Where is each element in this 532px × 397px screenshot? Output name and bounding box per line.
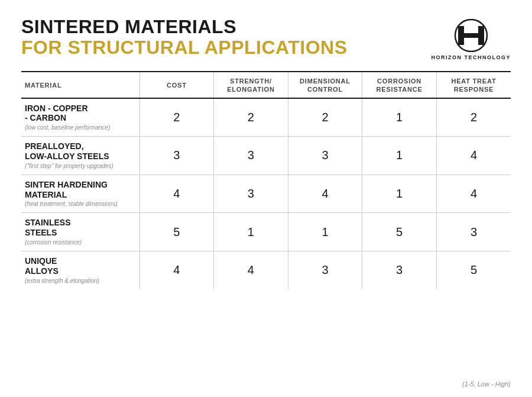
materials-table: MATERIAL COST STRENGTH/ELONGATION DIMENS… (21, 72, 511, 289)
title-line1: SINTERED MATERIALS (21, 17, 348, 37)
cell-material: UNIQUEALLOYS(extra strength & elongation… (21, 251, 140, 289)
cell-strength: 1 (214, 213, 288, 251)
col-header-cost: COST (140, 72, 214, 98)
horizon-logo-icon (452, 19, 490, 52)
cell-corrosion: 3 (362, 251, 437, 289)
cell-heat_treat: 5 (436, 251, 511, 289)
material-name: SINTER HARDENINGMATERIAL (25, 180, 137, 200)
material-desc: (extra strength & elongation) (25, 277, 137, 285)
svg-rect-3 (458, 33, 484, 38)
cell-dimensional: 3 (288, 137, 362, 175)
cell-cost: 3 (140, 137, 214, 175)
logo-text: HORIZON TECHNOLOGY (432, 54, 511, 60)
table-row: UNIQUEALLOYS(extra strength & elongation… (21, 251, 511, 289)
title-line2: FOR STRUCTURAL APPLICATIONS (21, 37, 348, 58)
cell-strength: 3 (214, 175, 288, 213)
cell-dimensional: 3 (288, 251, 362, 289)
material-desc: (heat treatment, stable dimensions) (25, 201, 137, 208)
col-header-dimensional: DIMENSIONALCONTROL (288, 72, 362, 98)
cell-corrosion: 5 (362, 213, 437, 251)
page: SINTERED MATERIALS FOR STRUCTURAL APPLIC… (0, 0, 532, 397)
table-row: IRON - COPPER- CARBON(low cost, baseline… (21, 98, 511, 137)
col-header-corrosion: CORROSIONRESISTANCE (362, 72, 437, 98)
col-header-strength: STRENGTH/ELONGATION (214, 72, 288, 98)
table-row: STAINLESSSTEELS(corrosion resistance)511… (21, 213, 511, 251)
cell-dimensional: 2 (288, 98, 362, 137)
material-name: STAINLESSSTEELS (25, 218, 137, 238)
cell-material: IRON - COPPER- CARBON(low cost, baseline… (21, 98, 140, 137)
table-row: PREALLOYED,LOW-ALLOY STEELS("first step"… (21, 137, 511, 175)
cell-material: SINTER HARDENINGMATERIAL(heat treatment,… (21, 175, 140, 213)
cell-heat_treat: 4 (436, 175, 511, 213)
logo-block: HORIZON TECHNOLOGY (432, 19, 511, 60)
cell-corrosion: 1 (362, 137, 437, 175)
cell-cost: 4 (140, 251, 214, 289)
material-name: IRON - COPPER- CARBON (25, 104, 137, 124)
cell-dimensional: 1 (288, 213, 362, 251)
col-header-heat-treat: HEAT TREATRESPONSE (436, 72, 511, 98)
cell-strength: 3 (214, 137, 288, 175)
cell-heat_treat: 2 (436, 98, 511, 137)
title-block: SINTERED MATERIALS FOR STRUCTURAL APPLIC… (21, 17, 348, 58)
cell-dimensional: 4 (288, 175, 362, 213)
cell-corrosion: 1 (362, 98, 437, 137)
cell-strength: 4 (214, 251, 288, 289)
col-header-material: MATERIAL (21, 72, 140, 98)
material-desc: (low cost, baseline performance) (25, 124, 137, 131)
footnote: (1-5, Low - High) (21, 378, 511, 388)
material-name: UNIQUEALLOYS (25, 256, 137, 276)
cell-strength: 2 (214, 98, 288, 137)
data-table-wrap: MATERIAL COST STRENGTH/ELONGATION DIMENS… (21, 71, 511, 378)
material-desc: ("first step" for property upgrades) (25, 163, 137, 170)
material-name: PREALLOYED,LOW-ALLOY STEELS (25, 141, 137, 162)
cell-heat_treat: 3 (436, 213, 511, 251)
cell-cost: 4 (140, 175, 214, 213)
table-header-row: MATERIAL COST STRENGTH/ELONGATION DIMENS… (21, 72, 511, 98)
table-row: SINTER HARDENINGMATERIAL(heat treatment,… (21, 175, 511, 213)
material-desc: (corrosion resistance) (25, 239, 137, 246)
cell-cost: 2 (140, 98, 214, 137)
cell-corrosion: 1 (362, 175, 437, 213)
header: SINTERED MATERIALS FOR STRUCTURAL APPLIC… (21, 17, 511, 60)
cell-material: PREALLOYED,LOW-ALLOY STEELS("first step"… (21, 137, 140, 175)
cell-cost: 5 (140, 213, 214, 251)
cell-material: STAINLESSSTEELS(corrosion resistance) (21, 213, 140, 251)
cell-heat_treat: 4 (436, 137, 511, 175)
